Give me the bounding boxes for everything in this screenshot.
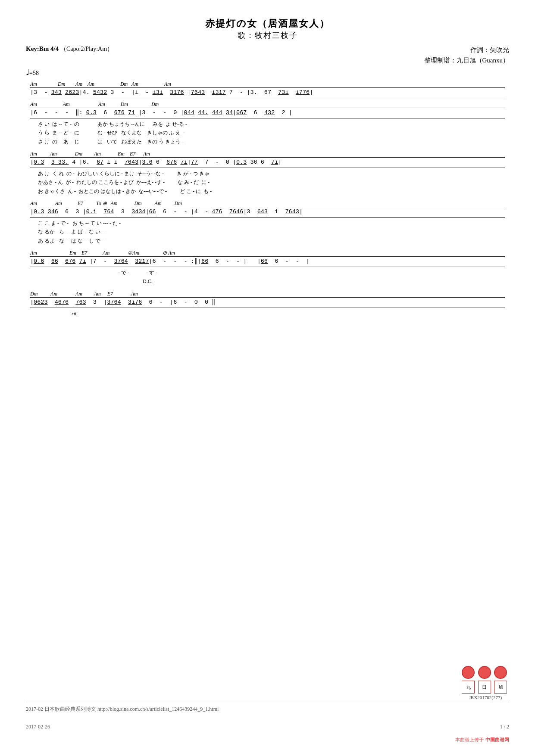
note-row-6: |0623 4676 763 3 |3764 3i76 6 - |6 - 0 0… — [30, 297, 505, 308]
lyric-line-4-1: こ こ ま - で - お ち -- て い --- - た - — [38, 219, 505, 227]
main-title: 赤提灯の女（居酒屋女人） — [26, 17, 509, 30]
time-sig: 4/4 — [50, 45, 60, 52]
lyric-line-2-1: さ い は -- て - の あか ちょうち --んに みを よ せ-る - — [38, 120, 505, 128]
website-badge: 本曲谱上传于 中国曲谱网 — [455, 737, 509, 743]
footer-date: 2017-02-26 — [26, 724, 50, 730]
lyric-block-4: こ こ ま - で - お ち -- て い --- - た - な るか - … — [38, 219, 505, 245]
logo-circle-2 — [478, 666, 491, 679]
logo-id: JRX201702(277) — [462, 695, 509, 700]
logo-box: 九 日 旭 JRX201702(277) — [462, 666, 509, 700]
capo-info: （Capo:2/Play:Am） — [60, 46, 113, 52]
lyric-line-6-1: rit. — [38, 309, 505, 318]
page: 赤提灯の女（居酒屋女人） 歌：牧村三枝子 Key:Bm 4/4 （Capo:2/… — [0, 0, 535, 756]
tempo-mark: ♩ — [26, 68, 29, 77]
website-text: 本曲谱上传于 — [455, 737, 484, 743]
score-row-3: Am Am Dm Am Em E7 Am |0.3 3 33. 4 |6. 67… — [30, 150, 505, 196]
title-section: 赤提灯の女（居酒屋女人） 歌：牧村三枝子 — [26, 17, 509, 40]
key-label: Key:Bm — [26, 45, 50, 52]
sub-title: 歌：牧村三枝子 — [26, 30, 509, 40]
footer-bottom: 2017-02-26 1 / 2 — [26, 724, 509, 730]
lyric-line-3-1: あ け く れ の - わびしい くらしに - まけ そ--う- -な - き … — [38, 169, 505, 178]
logo-circle-3 — [494, 666, 507, 679]
score-row-5: Am Em E7 Am ②Am ⊕ Am |0.6 66 676 7i |7 -… — [30, 249, 505, 286]
lyric-line-4-3: あ るよ - な - は な -- し で --- — [38, 236, 505, 245]
lyric-block-2: さ い は -- て - の あか ちょうち --んに みを よ せ-る - う… — [38, 120, 505, 146]
footer-line: 2017-02 日本歌曲经典系列博文 http://blog.sina.com.… — [26, 702, 509, 713]
footer-blog: 2017-02 日本歌曲经典系列博文 http://blog.sina.com.… — [26, 706, 219, 712]
logo-char-2: 日 — [478, 681, 491, 694]
score-row-1: Am Dm Am Am Dm Am Am |3 - 343 2623|4. 54… — [30, 81, 505, 98]
chord-row-2: Am Am Am Dm Dm — [30, 101, 505, 108]
lyric-line-2-3: さ け の -- あ - じ は - いて おぼえた きの う きょう - — [38, 137, 505, 146]
lyric-block-3: あ け く れ の - わびしい くらしに - まけ そ--う- -な - き … — [38, 169, 505, 196]
logo-circles — [462, 666, 509, 679]
website-name: 中国曲谱网 — [485, 737, 509, 743]
tempo-value: =58 — [29, 70, 39, 76]
lyric-block-6: rit. — [38, 309, 505, 318]
score-row-4: Am Am E7 To ⊕ Am Dm Am Dm |0.3 346 6 3 |… — [30, 200, 505, 245]
arranger: 整理制谱：九日旭（Guanxu） — [424, 55, 510, 65]
chord-row-1: Am Dm Am Am Dm Am Am — [30, 81, 505, 87]
note-row-1: |3 - 343 2623|4. 5432 3 - |i - i3i 3176 … — [30, 87, 505, 98]
score-row-2: Am Am Am Dm Dm |6 - - - ‖: 0.3 6 676 7i … — [30, 101, 505, 146]
lyric-line-3-3: お きゃくさ ん - おとこの はなしは - きか な---い- -で - ど … — [38, 187, 505, 196]
lyric-line-3-2: かあさ - ん が - わたしの こころを - よび か---え- -す - な… — [38, 178, 505, 187]
tempo: ♩=58 — [26, 68, 509, 77]
logo-text-row: 九 日 旭 — [462, 681, 509, 694]
score-container: Am Dm Am Am Dm Am Am |3 - 343 2623|4. 54… — [26, 81, 509, 318]
lyric-line-2-2: う ら ま -- ど - に む - せび なくよな きしゃの ふ え - — [38, 128, 505, 137]
lyric-line-4-2: な るか - ら - よ ば -- な い --- — [38, 227, 505, 236]
logo-char-3: 旭 — [494, 681, 507, 694]
lyric-line-5-2: D.C. — [38, 277, 505, 286]
score-row-6: Dm Am Am Am E7 Am |0623 4676 763 3 |3764… — [30, 290, 505, 318]
chord-row-4: Am Am E7 To ⊕ Am Dm Am Dm — [30, 200, 505, 207]
right-info: 作詞：矢吹光 整理制谱：九日旭（Guanxu） — [424, 45, 510, 65]
lyricist: 作詞：矢吹光 — [424, 45, 510, 55]
key-info: Key:Bm 4/4 （Capo:2/Play:Am） — [26, 45, 113, 53]
header-row: Key:Bm 4/4 （Capo:2/Play:Am） 作詞：矢吹光 整理制谱：… — [26, 45, 509, 65]
note-row-4: |0.3 346 6 3 |0.i 764 3 3434|66 6 - - |4… — [30, 207, 505, 218]
note-row-5: |0.6 66 676 7i |7 - 3764 3217|6 - - - :‖… — [30, 256, 505, 267]
chord-row-5: Am Em E7 Am ②Am ⊕ Am — [30, 249, 505, 256]
footer-page: 1 / 2 — [500, 724, 509, 730]
lyric-block-5: - で - - す - D.C. — [38, 268, 505, 286]
lyric-line-5-1: - で - - す - — [38, 268, 505, 277]
chord-row-3: Am Am Dm Am Em E7 Am — [30, 150, 505, 157]
note-row-2: |6 - - - ‖: 0.3 6 676 7i |3 - - 0 |044 4… — [30, 108, 505, 118]
note-row-3: |0.3 3 33. 4 |6. 67 i i 7643|3.6 6 676 7… — [30, 157, 505, 168]
chord-row-6: Dm Am Am Am E7 Am — [30, 290, 505, 297]
logo-char-1: 九 — [462, 681, 475, 694]
logo-circle-1 — [462, 666, 475, 679]
